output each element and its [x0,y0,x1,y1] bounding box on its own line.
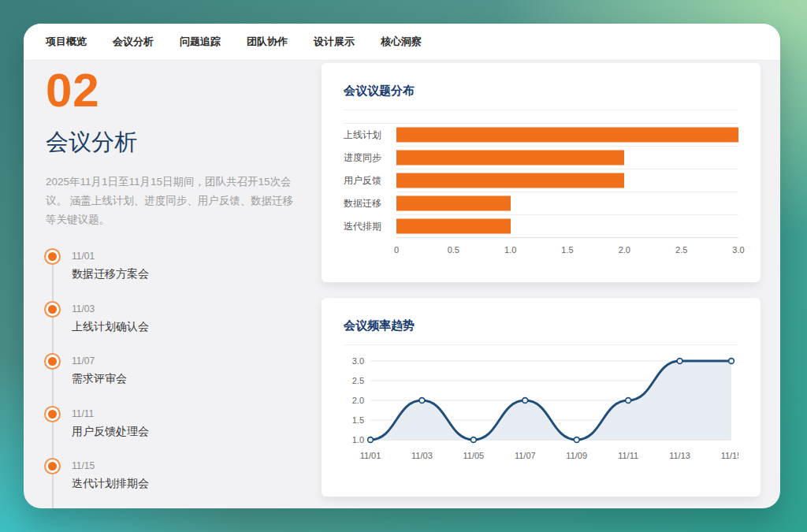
data-point-marker [523,398,528,404]
line-chart: 3.02.52.01.51.011/0111/0311/0511/0711/09… [344,352,738,471]
nav-tab-4[interactable]: 团队协作 [247,35,288,49]
section-number: 02 [46,67,307,114]
bar-category-label: 用户反馈 [344,174,389,188]
nav-tab-3[interactable]: 问题追踪 [180,35,221,49]
timeline-dot-icon [48,462,57,471]
page-background: 项目概览会议分析问题追踪团队协作设计展示核心洞察 02 会议分析 2025年11… [0,0,807,532]
timeline-event-title: 需求评审会 [72,372,307,386]
top-nav: 项目概览会议分析问题追踪团队协作设计展示核心洞察 [24,24,780,61]
line-chart-title: 会议频率趋势 [344,318,738,333]
section-title: 会议分析 [46,127,307,158]
x-tick-label: 1.5 [561,245,573,255]
bar [396,173,624,188]
data-point-marker [626,398,631,404]
bar-chart: 上线计划进度同步用户反馈数据迁移迭代排期 [344,123,738,238]
nav-tab-2[interactable]: 会议分析 [113,35,154,49]
x-tick-label: 11/15 [721,451,738,460]
nav-tab-6[interactable]: 核心洞察 [381,35,422,49]
bar-category-label: 数据迁移 [344,197,389,210]
section-description: 2025年11月1日至11月15日期间，团队共召开15次会议。 涵盖上线计划、进… [46,173,296,229]
timeline-event-title: 数据迁移方案会 [72,267,307,281]
x-tick-label: 3.0 [732,245,744,255]
nav-tab-5[interactable]: 设计展示 [314,35,355,49]
left-panel: 02 会议分析 2025年11月1日至11月15日期间，团队共召开15次会议。 … [46,67,307,508]
x-tick-label: 11/03 [411,451,433,460]
bar-track [396,147,738,169]
x-tick-label: 2.5 [675,245,687,255]
data-point-marker [419,398,425,404]
line-chart-container: 3.02.52.01.51.011/0111/0311/0511/0711/09… [344,352,738,474]
x-tick-label: 11/09 [566,451,587,460]
bar-row: 上线计划 [344,124,738,147]
timeline-date: 11/01 [72,250,307,262]
timeline: 11/01数据迁移方案会11/03上线计划确认会11/07需求评审会11/11用… [46,250,307,508]
charts-column: 会议议题分布 上线计划进度同步用户反馈数据迁移迭代排期 00.51.01.52.… [322,63,761,497]
y-tick-label: 3.0 [352,356,364,366]
timeline-dot-icon [48,252,57,261]
bar-category-label: 上线计划 [344,128,389,142]
timeline-dot-icon [48,357,57,366]
bar-chart-title: 会议议题分布 [344,84,738,99]
bar-category-label: 迭代排期 [344,220,389,233]
line-chart-card: 会议频率趋势 3.02.52.01.51.011/0111/0311/0511/… [322,298,761,497]
timeline-dot-icon [48,410,57,419]
x-tick-label: 11/07 [515,451,536,460]
data-point-marker [368,437,374,443]
timeline-event-title: 上线计划确认会 [72,320,307,334]
bar-row: 迭代排期 [344,215,738,238]
bar-category-label: 进度同步 [344,151,389,165]
bar-track [396,124,738,147]
bar-track [396,215,738,238]
card-divider [344,344,738,345]
timeline-event-title: 用户反馈处理会 [72,425,307,439]
timeline-item: 11/03上线计划确认会 [46,303,307,355]
x-tick-label: 1.0 [504,245,516,255]
card-divider [344,110,738,110]
timeline-date: 11/07 [72,355,307,366]
bar-chart-card: 会议议题分布 上线计划进度同步用户反馈数据迁移迭代排期 00.51.01.52.… [322,63,761,282]
bar [396,128,738,143]
bar-row: 进度同步 [344,147,738,169]
timeline-date: 11/11 [72,407,307,419]
timeline-item: 11/15迭代计划排期会 [46,459,307,508]
bar-track [396,192,738,215]
y-tick-label: 1.5 [352,415,364,425]
y-tick-label: 2.5 [352,376,364,385]
x-tick-label: 11/01 [360,451,381,460]
timeline-event-title: 迭代计划排期会 [72,477,307,491]
timeline-date: 11/15 [72,459,307,471]
bar-row: 数据迁移 [344,192,738,215]
y-tick-label: 1.0 [352,435,364,445]
x-tick-label: 11/11 [618,451,638,460]
x-tick-label: 0 [394,245,399,255]
bar-row: 用户反馈 [344,169,738,192]
timeline-item: 11/11用户反馈处理会 [46,407,307,460]
timeline-date: 11/03 [72,303,307,314]
y-tick-label: 2.0 [352,396,364,405]
bar-chart-x-axis: 00.51.01.52.02.53.0 [396,238,738,259]
bar [396,219,511,234]
timeline-dot-icon [48,305,57,314]
bar-track [396,169,738,192]
bar [396,196,511,211]
timeline-item: 11/07需求评审会 [46,355,307,407]
data-point-marker [729,359,734,364]
data-point-marker [470,437,476,443]
x-tick-label: 0.5 [448,245,459,255]
x-tick-label: 11/05 [463,451,484,460]
nav-tab-1[interactable]: 项目概览 [46,35,87,49]
x-tick-label: 2.0 [619,245,630,255]
main-card: 项目概览会议分析问题追踪团队协作设计展示核心洞察 02 会议分析 2025年11… [24,24,780,508]
bar [396,151,624,166]
timeline-item: 11/01数据迁移方案会 [46,250,307,303]
data-point-marker [574,437,579,443]
data-point-marker [677,359,682,364]
x-tick-label: 11/13 [669,451,690,460]
